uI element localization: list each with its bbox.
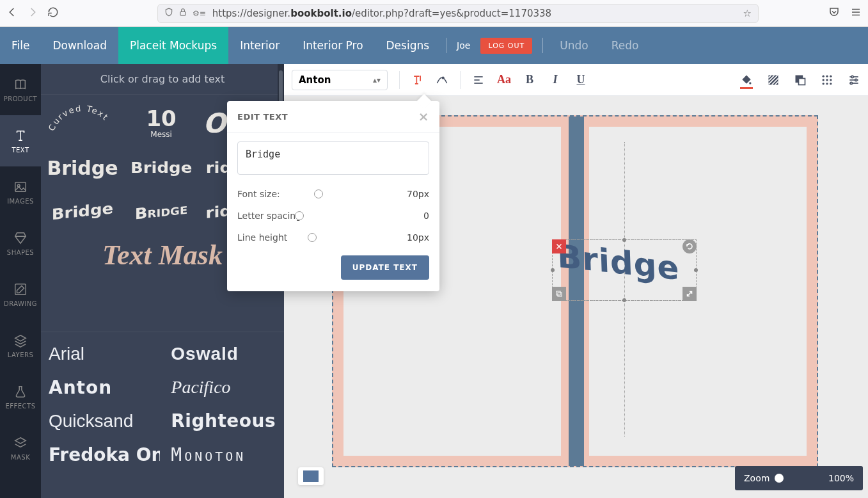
grid-icon[interactable] [821,74,833,86]
book-icon [13,77,28,92]
rail-label: LAYERS [8,351,34,358]
user-name: Joe [452,40,475,51]
browser-chrome: ⚙≡ https://designer.bookbolt.io/editor.p… [0,0,868,27]
rail-images[interactable]: IMAGES [0,166,41,218]
nav-placeit[interactable]: Placeit Mockups [118,27,228,64]
url-text: https://designer.bookbolt.io/editor.php?… [212,8,737,19]
rail-effects[interactable]: EFFECTS [0,371,41,422]
style-bridge-4[interactable]: Bridge [47,190,118,232]
bold-button[interactable]: B [523,74,536,86]
zoom-control[interactable]: Zoom 100% [735,466,863,490]
rail-drawing[interactable]: DRAWING [0,269,41,320]
mid-left[interactable] [551,268,555,272]
style-bridge-2[interactable]: Bridge [126,150,196,185]
rail-layers[interactable]: LAYERS [0,320,41,371]
svg-line-38 [688,292,692,296]
rail-label: SHAPES [7,249,34,256]
duplicate-handle[interactable] [552,287,566,301]
font-quicksand[interactable]: Quicksand [41,405,160,438]
rail-text[interactable]: TEXT [0,115,41,166]
mid-bottom[interactable] [622,298,626,302]
nav-designs[interactable]: Designs [375,27,441,64]
letterspacing-slider[interactable] [295,211,304,220]
lineheight-slider[interactable] [308,233,317,242]
close-icon[interactable]: × [418,110,429,123]
svg-point-24 [830,79,832,81]
font-arial[interactable]: Arial [41,337,160,371]
font-oswald[interactable]: Oswald [163,337,282,371]
font-fredoka[interactable]: Fredoka One [41,438,160,472]
rail-mask[interactable]: MASK [0,422,41,474]
permissions-icon: ⚙≡ [193,9,206,18]
lock-icon [178,8,187,19]
nav-file[interactable]: File [0,27,41,64]
font-monoton[interactable]: Monoton [163,438,282,472]
nav-interior[interactable]: Interior [228,27,291,64]
font-select[interactable]: Anton ▴▾ [292,70,388,90]
align-icon[interactable] [472,74,485,86]
fill-icon[interactable] [740,76,753,89]
redo-button[interactable]: Redo [600,27,651,64]
zoom-label: Zoom [744,473,769,483]
stack-icon [13,436,28,450]
tool-rail: PRODUCT TEXT IMAGES SHAPES DRAWING LAYER… [0,64,41,498]
resize-handle[interactable] [683,287,697,301]
font-righteous[interactable]: Righteous [163,404,282,438]
undo-button[interactable]: Undo [548,27,599,64]
zoom-slider-knob[interactable] [775,474,784,483]
panel-header[interactable]: Click or drag to add text [41,64,284,95]
svg-rect-18 [799,78,805,84]
pattern-icon[interactable] [767,74,780,86]
chevron-updown-icon: ▴▾ [373,76,381,84]
text-input[interactable] [237,141,429,175]
lineheight-value: 10px [400,232,429,243]
mid-top[interactable] [622,238,626,242]
logout-button[interactable]: LOG OUT [480,38,532,54]
style-bridge-5[interactable]: Bridge [126,190,196,232]
text-edit-icon[interactable] [411,74,424,86]
nav-download[interactable]: Download [41,27,118,64]
reload-icon[interactable] [47,6,59,20]
flask-icon [13,385,28,399]
font-pacifico[interactable]: Pacifico [163,371,282,404]
settings-icon[interactable] [848,74,860,86]
overlay-icon[interactable] [794,74,807,86]
back-icon[interactable] [6,6,18,20]
rail-product[interactable]: PRODUCT [0,64,41,115]
pencil-icon [13,282,28,296]
svg-point-20 [826,75,828,77]
rail-shapes[interactable]: SHAPES [0,218,41,269]
text-case-button[interactable]: Aa [498,74,510,86]
curve-icon[interactable] [436,74,448,86]
zoom-value: 100% [828,473,854,483]
rotate-handle[interactable] [683,239,697,253]
url-bar[interactable]: ⚙≡ https://designer.bookbolt.io/editor.p… [157,4,759,23]
mid-right[interactable] [694,268,698,272]
forward-icon[interactable] [27,6,38,20]
style-number[interactable]: 10Messi [126,102,196,143]
bookmark-icon[interactable]: ☆ [743,8,752,19]
svg-point-21 [830,75,832,77]
rail-label: PRODUCT [4,95,37,102]
font-anton[interactable]: Anton [41,371,160,405]
edit-text-popover: EDIT TEXT × Font size: 70px Letter spaci… [227,101,439,291]
style-curved[interactable]: Curved Text [47,102,118,143]
svg-point-25 [823,83,825,84]
rail-label: EFFECTS [5,403,35,410]
update-text-button[interactable]: UPDATE TEXT [341,255,429,280]
lineheight-label: Line height [237,232,308,243]
underline-button[interactable]: U [574,74,587,86]
fontsize-slider[interactable] [314,189,323,198]
style-bridge-1[interactable]: Bridge [47,149,118,187]
nav-interior-pro[interactable]: Interior Pro [291,27,374,64]
delete-handle[interactable] [552,239,566,253]
app-nav: File Download Placeit Mockups Interior I… [0,27,868,64]
menu-icon[interactable] [850,6,862,20]
rail-label: MASK [11,454,30,461]
pocket-icon[interactable] [828,6,840,20]
svg-rect-37 [558,293,562,296]
svg-point-29 [851,76,853,77]
italic-button[interactable]: I [549,74,562,86]
selected-text-object[interactable]: Bridge [557,245,691,296]
color-swatch[interactable] [298,467,324,485]
